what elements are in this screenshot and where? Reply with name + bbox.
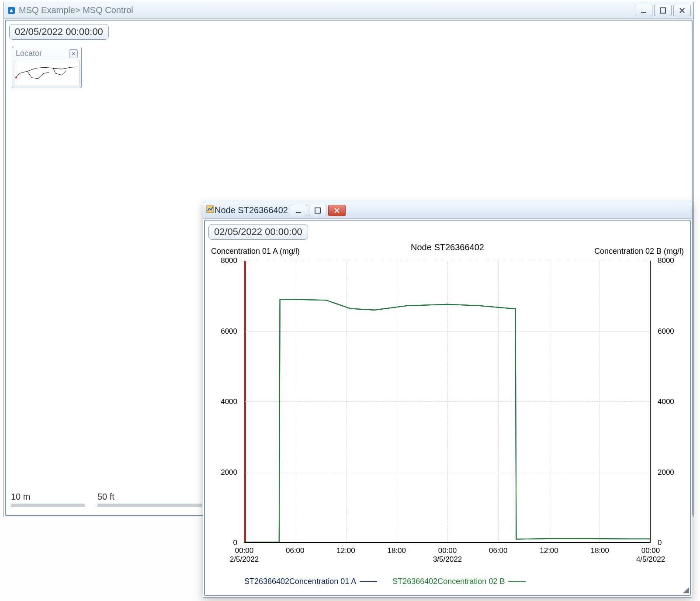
svg-rect-1 (641, 12, 646, 13)
locator-minimap[interactable] (14, 60, 80, 86)
locator-title: Locator (16, 49, 42, 58)
close-button[interactable] (673, 5, 691, 16)
plot-area[interactable] (244, 261, 651, 543)
x-axis-ticks: 00:00 06:00 12:00 18:00 00:00 06:00 12:0… (244, 545, 651, 565)
selected-node-ring (40, 397, 49, 407)
map-node-label: ST26365403 (36, 348, 84, 358)
svg-point-3 (15, 77, 17, 79)
chart-minimize-button[interactable] (290, 205, 307, 216)
app-icon (7, 6, 16, 15)
map-node-dot[interactable] (42, 391, 48, 396)
maximize-button[interactable] (654, 5, 672, 16)
map-node-label: ST26365417 (59, 443, 107, 453)
map-node-label: ST2 (188, 255, 204, 264)
chart-canvas[interactable]: Node ST26366402 Concentration 01 A (mg/l… (205, 241, 690, 595)
svg-rect-2 (660, 8, 665, 13)
map-node-dot[interactable] (27, 312, 32, 318)
map-node-label: ST26365414 (49, 398, 96, 408)
svg-rect-6 (315, 208, 320, 213)
geoplan-titlebar[interactable]: MSQ Example> MSQ Control (4, 2, 693, 19)
map-node-dot[interactable] (49, 422, 54, 428)
scalebar-imperial-label: 50 ft (97, 492, 114, 501)
map-node-dot[interactable] (53, 438, 58, 443)
legend-item: ST26366402Concentration 01 A (244, 577, 377, 586)
map-node-dot[interactable] (183, 258, 188, 263)
scalebar-metric-label: 10 m (11, 492, 30, 501)
chart-timestamp-pill[interactable]: 02/05/2022 00:00:00 (208, 224, 308, 240)
svg-rect-5 (296, 212, 301, 213)
scalebar-metric: 10 m (11, 492, 85, 507)
minimize-button[interactable] (635, 5, 652, 16)
chart-window-title: Node ST26366402 (215, 205, 288, 215)
chart-maximize-button[interactable] (309, 205, 326, 216)
locator-close-button[interactable]: × (69, 49, 78, 58)
map-node-dot[interactable] (46, 407, 51, 412)
legend-item: ST26366402Concentration 02 B (392, 577, 526, 586)
timestamp-pill[interactable]: 02/05/2022 00:00:00 (9, 24, 109, 40)
y-axis-left-ticks: 8000 6000 4000 2000 0 (205, 261, 241, 543)
chart-legend: ST26366402Concentration 01 A ST26366402C… (244, 577, 651, 589)
chart-icon (206, 205, 215, 216)
chart-close-button[interactable] (328, 205, 346, 216)
map-node-dot[interactable] (30, 345, 35, 350)
chart-window: Node ST26366402 02/05/2022 00:00:00 Node… (203, 202, 692, 598)
right-axis-label: Concentration 02 B (mg/l) (594, 247, 684, 256)
chart-body: 02/05/2022 00:00:00 Node ST26366402 Conc… (204, 220, 691, 596)
locator-panel[interactable]: Locator × (12, 47, 82, 88)
geoplan-title: MSQ Example> MSQ Control (19, 5, 133, 15)
y-axis-right-ticks: 8000 6000 4000 2000 0 (654, 261, 690, 543)
resize-grip-icon[interactable]: ◢ (681, 587, 689, 594)
scalebar-imperial: 50 ft (97, 492, 202, 507)
left-axis-label: Concentration 01 A (mg/l) (211, 247, 300, 256)
map-node-label: ST26365402 (33, 316, 80, 325)
map-node-label: ST26365415 (50, 414, 98, 423)
chart-titlebar[interactable]: Node ST26366402 (203, 202, 692, 219)
